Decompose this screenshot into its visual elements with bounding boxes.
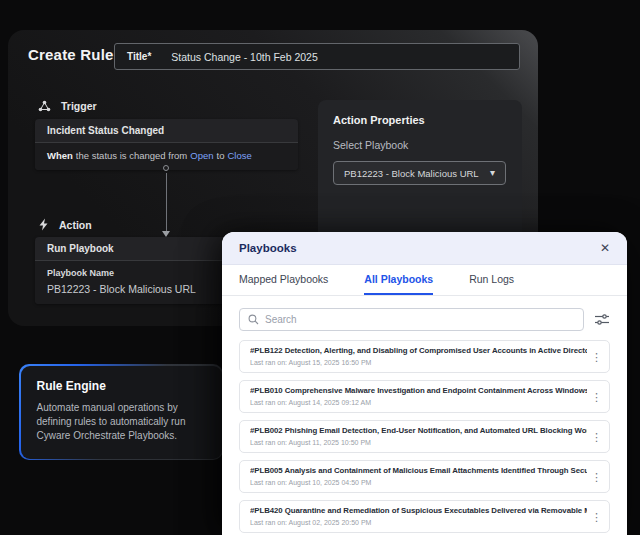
condition-to-word: to — [217, 150, 225, 161]
tab-mapped-playbooks[interactable]: Mapped Playbooks — [239, 265, 328, 295]
playbook-item-title: #PLB420 Quarantine and Remediation of Su… — [250, 506, 587, 515]
connector-dot — [163, 165, 169, 171]
playbook-item-title: #PLB122 Detection, Alerting, and Disabli… — [250, 346, 587, 355]
page-title: Create Rule — [28, 46, 114, 63]
playbook-item-lastran: Last ran on: August 02, 2025 20:50 PM — [250, 519, 587, 526]
modal-header: Playbooks ✕ — [222, 232, 627, 265]
modal-tabs: Mapped Playbooks All Playbooks Run Logs — [222, 265, 627, 296]
kebab-menu-icon[interactable]: ⋮ — [591, 511, 602, 522]
trigger-section-text: Trigger — [61, 100, 97, 112]
search-icon — [248, 314, 259, 325]
playbook-item-lastran: Last ran on: August 15, 2025 16:50 PM — [250, 359, 587, 366]
playbook-list: #PLB122 Detection, Alerting, and Disabli… — [222, 340, 627, 533]
select-playbook-label: Select Playbook — [333, 139, 507, 151]
playbook-item-lastran: Last ran on: August 11, 2025 10:50 PM — [250, 439, 587, 446]
trigger-icon — [38, 100, 51, 112]
playbook-dropdown[interactable]: PB12223 - Block Malicious URL ▾ — [333, 161, 506, 185]
playbook-item-title: #PLB002 Phishing Email Detection, End-Us… — [250, 426, 587, 435]
rule-title-field[interactable]: Title* Status Change - 10th Feb 2025 — [114, 43, 520, 70]
search-box[interactable] — [239, 308, 584, 331]
kebab-menu-icon[interactable]: ⋮ — [591, 351, 602, 362]
condition-to-link[interactable]: Close — [227, 150, 251, 161]
playbook-item-lastran: Last ran on: August 10, 2025 04:50 PM — [250, 479, 587, 486]
connector-line — [166, 173, 167, 231]
lightning-bolt-icon — [38, 218, 49, 231]
modal-title: Playbooks — [239, 242, 297, 254]
condition-when-word: When — [47, 150, 73, 161]
chevron-down-icon: ▾ — [490, 168, 495, 178]
filter-icon[interactable] — [594, 312, 610, 328]
kebab-menu-icon[interactable]: ⋮ — [591, 391, 602, 402]
rule-engine-card: Rule Engine Automate manual operations b… — [19, 364, 223, 460]
title-field-value: Status Change - 10th Feb 2025 — [171, 51, 318, 63]
kebab-menu-icon[interactable]: ⋮ — [591, 431, 602, 442]
node-connector — [160, 163, 173, 241]
playbook-list-item[interactable]: #PLB002 Phishing Email Detection, End-Us… — [239, 420, 610, 453]
trigger-section-label: Trigger — [38, 100, 97, 112]
search-input[interactable] — [265, 314, 575, 325]
trigger-card-title: Incident Status Changed — [35, 119, 298, 143]
tab-run-logs[interactable]: Run Logs — [469, 265, 514, 295]
playbook-list-item[interactable]: #PLB005 Analysis and Containment of Mali… — [239, 460, 610, 493]
condition-text: the status is changed from — [76, 150, 187, 161]
action-properties-title: Action Properties — [333, 114, 507, 126]
playbook-item-title: #PLB005 Analysis and Containment of Mali… — [250, 466, 587, 475]
tab-all-playbooks[interactable]: All Playbooks — [364, 265, 433, 295]
kebab-menu-icon[interactable]: ⋮ — [591, 471, 602, 482]
playbook-list-item[interactable]: #PLB420 Quarantine and Remediation of Su… — [239, 500, 610, 533]
rule-engine-card-inner: Rule Engine Automate manual operations b… — [21, 366, 222, 459]
trigger-condition: Whenthe status is changed fromOpentoClos… — [47, 150, 286, 161]
playbook-item-title: #PLB010 Comprehensive Malware Investigat… — [250, 386, 587, 395]
close-icon[interactable]: ✕ — [600, 242, 610, 254]
title-field-label: Title* — [127, 51, 151, 62]
action-section-text: Action — [59, 219, 92, 231]
playbooks-modal: Playbooks ✕ Mapped Playbooks All Playboo… — [222, 232, 627, 535]
rule-engine-description: Automate manual operations by defining r… — [37, 401, 206, 444]
playbook-dropdown-value: PB12223 - Block Malicious URL — [344, 168, 479, 179]
playbook-item-lastran: Last ran on: August 14, 2025 09:12 AM — [250, 399, 587, 406]
rule-engine-title: Rule Engine — [37, 379, 206, 393]
action-section-label: Action — [38, 218, 92, 231]
condition-from-link[interactable]: Open — [190, 150, 213, 161]
search-row — [222, 296, 627, 340]
playbook-list-item[interactable]: #PLB122 Detection, Alerting, and Disabli… — [239, 340, 610, 373]
playbook-list-item[interactable]: #PLB010 Comprehensive Malware Investigat… — [239, 380, 610, 413]
